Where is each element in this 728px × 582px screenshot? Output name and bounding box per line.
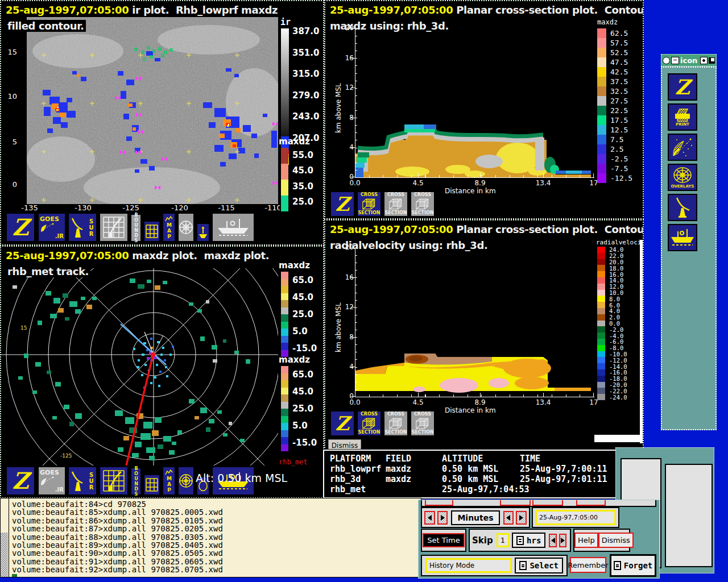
ir-plot-window: 25-aug-1997,07:05:00 ir plot. Rhb_lowprf…	[0, 0, 324, 246]
radar-antenna-button[interactable]	[668, 194, 697, 221]
window-list-icon[interactable]	[671, 57, 679, 64]
colorbar-entry: 62.5	[597, 28, 632, 38]
ship-button[interactable]	[212, 213, 255, 242]
cross-section-button[interactable]: CROSS SECTION	[410, 410, 435, 436]
xsec-radial-colorbar-title: radialvelocity	[596, 239, 644, 246]
step-forward-button[interactable]	[437, 511, 448, 525]
xsec-maxdz-window: 201612840 0.04.58.913.417 km above MSL D…	[324, 0, 644, 219]
zebra-logo-button[interactable]: Z	[668, 73, 697, 101]
buoy-icon	[198, 226, 208, 239]
buoy-button[interactable]	[196, 223, 210, 242]
step-back-button[interactable]	[503, 511, 514, 525]
radar-antenna-icon	[675, 197, 690, 218]
colorbar-swatch	[281, 180, 288, 196]
overlays-wheel-button[interactable]	[177, 213, 195, 242]
zebra-icon: Z	[12, 471, 28, 491]
dismiss-button[interactable]: Dismiss	[328, 439, 361, 450]
colorbar-label: 243.0	[292, 111, 319, 122]
step-back-button[interactable]	[424, 511, 435, 525]
cross-section-button[interactable]: CROSS SECTION	[383, 191, 408, 217]
satellite-dish-icon	[40, 476, 55, 487]
goes-ir-button[interactable]: GOES .IR	[38, 466, 66, 496]
axis-tick-label: 13.4	[531, 398, 556, 406]
step-forward-button[interactable]	[516, 511, 527, 525]
ship-button[interactable]	[668, 224, 697, 251]
clipped-button	[500, 500, 531, 506]
colorbar-entry: -4.0	[597, 332, 627, 339]
print-button[interactable]: PRINT	[668, 103, 697, 131]
bounds-button[interactable]: BOUNDS	[130, 467, 142, 496]
colorbar-entry: 2.5	[597, 144, 632, 154]
colorbar-entry: 32.5	[597, 86, 632, 96]
map-button[interactable]: MAP	[162, 466, 176, 496]
satellite-button[interactable]	[668, 134, 697, 161]
cross-section-button-active[interactable]: CROSS SECTION	[357, 191, 382, 217]
cube-icon	[414, 417, 431, 430]
table-row: rhb_3d maxdz 0.50 km MSL 25-Aug-97,7:01:…	[330, 474, 616, 484]
skip-input[interactable]: 1	[497, 533, 510, 547]
sat-maxdz-colorbar-labels: 55.045.035.025.0	[292, 150, 313, 207]
terminal-scrollbar[interactable]	[1, 498, 9, 577]
sur-radar-button[interactable]: SUR	[68, 466, 97, 496]
axis-tick-label: 16	[339, 273, 354, 281]
zebra-logo-button[interactable]: Z	[6, 213, 35, 242]
map-label: MAP	[167, 222, 172, 239]
ir-colorbar-title: ir	[280, 17, 291, 27]
grid-small-button[interactable]	[143, 474, 160, 496]
skip-forward-button[interactable]	[559, 534, 566, 547]
field-cell: maxdz	[386, 464, 442, 474]
set-time-button[interactable]: Set Time	[423, 533, 464, 547]
terminal-text[interactable]: volume:beaufait:84>cd 970825volume:beauf…	[12, 500, 223, 574]
icon-window-titlebar[interactable]: icon	[661, 54, 717, 66]
colorbar-label: 65.0	[292, 275, 317, 285]
colorbar-swatch	[281, 329, 288, 336]
cross-section-button[interactable]: CROSS SECTION	[383, 410, 408, 436]
minutes-button[interactable]: Minutes	[451, 510, 499, 525]
icon-toolbar-window: icon Z PRINT OVERLAYS	[661, 54, 717, 430]
map-button[interactable]: MAP	[162, 213, 176, 242]
satellite-image	[27, 17, 278, 204]
forget-menu-button[interactable]: Forget	[614, 561, 653, 570]
colorbar-label: 65.0	[292, 369, 317, 380]
xsec-radial-title: 25-aug-1997,07:05:00 Planar cross-sectio…	[330, 223, 644, 235]
colorbar-entry: 12.5	[597, 125, 632, 135]
menu-icon	[519, 561, 527, 570]
cross-section-button[interactable]: CROSS SECTION	[410, 191, 435, 217]
zebra-logo-button[interactable]: Z	[6, 466, 35, 496]
menu-icon	[614, 561, 621, 570]
xsec-maxdz-colorbar-title: maxdz	[597, 18, 618, 26]
goes-ir-button[interactable]: GOES .IR	[38, 213, 66, 242]
cross-section-button-active[interactable]: CROSS SECTION	[357, 410, 382, 436]
colorbar-swatch	[281, 148, 288, 164]
units-menu-button[interactable]: hrs	[512, 533, 545, 548]
target-button[interactable]	[177, 466, 195, 496]
dismiss-button[interactable]: Dismiss	[598, 533, 634, 548]
scrollbar-thumb[interactable]	[1, 533, 8, 577]
wheel-icon	[179, 220, 193, 235]
terminal-window: volume:beaufait:84>cd 970825volume:beauf…	[0, 498, 421, 577]
overlays-button[interactable]: OVERLAYS	[668, 164, 697, 191]
select-menu-button[interactable]: Select	[515, 558, 563, 573]
window-corner-icon[interactable]	[709, 57, 715, 64]
field-cell	[386, 484, 442, 494]
ppi-axis-label-bottom: -125	[60, 453, 72, 459]
remember-button[interactable]: Remember	[570, 557, 606, 573]
zebra-logo-button[interactable]: Z	[330, 191, 355, 217]
window-border	[594, 435, 644, 442]
radar-grid-button[interactable]	[99, 213, 129, 242]
colorbar-swatch	[281, 409, 288, 416]
time-input[interactable]: 25-Aug-97,7:05:00	[535, 510, 616, 525]
bounds-button[interactable]: BOUNDS	[130, 214, 142, 242]
section-label: SECTION	[384, 211, 407, 215]
sur-radar-button[interactable]: SUR	[68, 213, 97, 242]
window-menu-icon[interactable]	[663, 57, 670, 64]
zebra-logo-button[interactable]: Z	[330, 410, 355, 436]
xsec-radial-plot	[355, 248, 594, 397]
colorbar-entry: 27.5	[597, 96, 632, 106]
grid-small-button[interactable]	[143, 221, 160, 242]
help-button[interactable]: Help	[574, 533, 598, 548]
radar-grid-button[interactable]	[99, 466, 129, 496]
history-mode-input[interactable]: History Mode	[425, 558, 512, 573]
skip-back-button[interactable]	[549, 534, 556, 547]
window-dot-icon[interactable]	[700, 57, 708, 64]
